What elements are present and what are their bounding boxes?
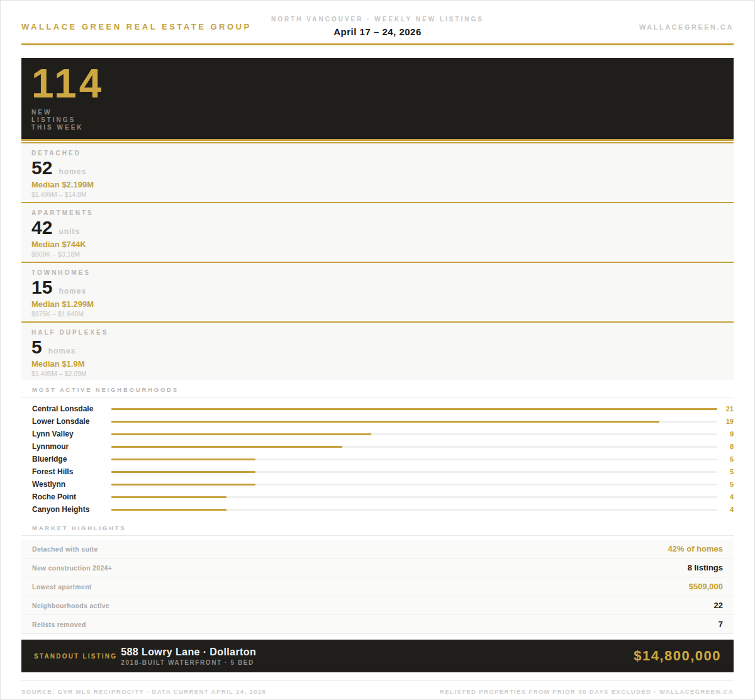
card-unit-label: homes (59, 287, 86, 296)
highlight-row: Relists removed7 (21, 615, 734, 634)
bar-track (111, 408, 717, 410)
highlight-value: 42% of homes (668, 544, 723, 553)
market-highlights-table: Detached with suite42% of homesNew const… (21, 540, 734, 634)
standout-listing-price: $14,800,000 (634, 648, 721, 664)
bar-track (111, 484, 717, 486)
neighbourhood-count: 9 (717, 430, 734, 438)
card-price-range: $509K – $3.18M (31, 250, 724, 258)
total-listings-label: NEW LISTINGS THIS WEEK (31, 109, 724, 131)
neighbourhood-label: Lower Lonsdale (32, 417, 111, 426)
bar-fill (111, 408, 717, 410)
card-category-label: APARTMENTS (31, 209, 724, 216)
bar-track (111, 496, 717, 498)
bar-track (111, 509, 717, 511)
card-median-price: Median $1.299M (31, 299, 724, 309)
header-divider (21, 43, 734, 45)
card-unit-label: units (59, 227, 80, 236)
header: WALLACE GREEN REAL ESTATE GROUP NORTH VA… (1, 1, 754, 43)
report-page: WALLACE GREEN REAL ESTATE GROUP NORTH VA… (0, 0, 755, 700)
card-unit-label: homes (48, 347, 76, 355)
market-highlights-section: MARKET HIGHLIGHTS Detached with suite42%… (21, 518, 734, 634)
standout-listing-tag: STANDOUT LISTING (34, 653, 117, 660)
card-category-label: DETACHED (31, 150, 724, 157)
card-count-row: 15 homes (31, 277, 724, 297)
bar-track (111, 433, 717, 435)
bar-fill (111, 433, 371, 435)
neighbourhood-label: Canyon Heights (32, 505, 111, 514)
card-median-price: Median $744K (31, 240, 724, 249)
neighbourhood-row: Lynn Valley9 (21, 428, 734, 440)
neighbourhood-count: 8 (717, 443, 734, 450)
neighbourhood-row: Blueridge5 (21, 453, 734, 465)
neighbourhood-row: Roche Point4 (21, 491, 734, 503)
stat-card-half-duplexes: HALF DUPLEXES 5 homes Median $1.9M $1.49… (21, 321, 734, 380)
highlight-value: 8 listings (688, 563, 723, 572)
neighbourhood-label: Forest Hills (32, 467, 111, 476)
card-count-row: 52 homes (31, 158, 724, 178)
neighbourhoods-section-title: MOST ACTIVE NEIGHBOURHOODS (21, 380, 734, 397)
highlight-row: Lowest apartment$509,000 (21, 577, 734, 596)
stat-card-townhomes: TOWNHOMES 15 homes Median $1.299M $975K … (21, 262, 734, 320)
bar-fill (111, 496, 226, 498)
neighbourhood-row: Central Lonsdale21 (21, 403, 734, 415)
bar-fill (111, 484, 255, 486)
card-category-label: HALF DUPLEXES (31, 329, 724, 336)
bar-track (111, 421, 717, 423)
standout-listing-details: 2018-BUILT WATERFRONT · 5 BED (121, 659, 256, 666)
highlight-label: New construction 2024+ (32, 564, 112, 572)
highlight-label: Lowest apartment (32, 583, 92, 591)
neighbourhood-count: 5 (717, 455, 734, 463)
standout-listing-address: 588 Lowry Lane · Dollarton (121, 647, 256, 658)
neighbourhood-label: Westlynn (32, 480, 111, 489)
bar-track (111, 446, 717, 448)
neighbourhood-bar-chart: Central Lonsdale21Lower Lonsdale19Lynn V… (21, 397, 734, 518)
card-count: 5 (31, 337, 42, 357)
standout-listing-bar: STANDOUT LISTING 588 Lowry Lane · Dollar… (21, 640, 734, 672)
neighbourhood-count: 5 (717, 481, 734, 488)
stat-card-detached: DETACHED 52 homes Median $2.199M $1.499M… (21, 142, 734, 201)
highlight-row: Detached with suite42% of homes (21, 540, 734, 558)
footer: SOURCE: GVR MLS RECIPROCITY · DATA CURRE… (21, 680, 734, 695)
card-count: 42 (31, 218, 52, 238)
bar-fill (111, 471, 255, 473)
highlight-row: New construction 2024+8 listings (21, 558, 734, 577)
neighbourhood-count: 4 (717, 506, 734, 513)
card-median-price: Median $1.9M (31, 359, 724, 369)
neighbourhood-count: 4 (717, 493, 734, 501)
card-category-label: TOWNHOMES (31, 269, 724, 276)
neighbourhood-row: Westlynn5 (21, 478, 734, 491)
highlight-value: 22 (714, 601, 723, 610)
neighbourhood-row: Lynnmour8 (21, 440, 734, 453)
bar-fill (111, 446, 342, 448)
card-count: 15 (31, 277, 52, 297)
neighbourhood-count: 5 (717, 468, 734, 475)
card-price-range: $975K – $1.649M (31, 310, 724, 318)
neighbourhoods-section: MOST ACTIVE NEIGHBOURHOODS Central Lonsd… (21, 380, 734, 518)
website-url: WALLACEGREEN.CA (639, 23, 734, 31)
highlight-row: Neighbourhoods active22 (21, 596, 734, 615)
market-highlights-title: MARKET HIGHLIGHTS (21, 518, 734, 536)
neighbourhood-label: Lynnmour (32, 442, 111, 451)
neighbourhood-count: 19 (717, 418, 734, 425)
highlight-label: Detached with suite (32, 545, 98, 553)
highlight-label: Relists removed (32, 621, 86, 628)
hero-panel: 114 NEW LISTINGS THIS WEEK (21, 58, 734, 141)
total-listings-count: 114 (31, 60, 724, 107)
report-subtitle: NORTH VANCOUVER · WEEKLY NEW LISTINGS (1, 16, 754, 23)
card-count: 52 (31, 158, 52, 178)
card-count-row: 42 units (31, 218, 724, 238)
neighbourhood-label: Blueridge (32, 455, 111, 464)
neighbourhood-row: Canyon Heights4 (21, 503, 734, 516)
highlight-label: Neighbourhoods active (32, 602, 109, 609)
bar-track (111, 458, 717, 460)
hero-label-line: THIS WEEK (31, 124, 724, 131)
footer-exclusion-note: RELISTED PROPERTIES FROM PRIOR 30 DAYS E… (440, 688, 734, 695)
neighbourhood-label: Lynn Valley (32, 430, 111, 438)
bar-fill (111, 509, 226, 511)
hero-label-line: LISTINGS (31, 116, 724, 124)
neighbourhood-row: Lower Lonsdale19 (21, 415, 734, 428)
bar-track (111, 471, 717, 473)
hero-label-line: NEW (31, 109, 724, 116)
stat-card-apartments: APARTMENTS 42 units Median $744K $509K –… (21, 202, 734, 260)
footer-source-note: SOURCE: GVR MLS RECIPROCITY · DATA CURRE… (21, 688, 266, 695)
